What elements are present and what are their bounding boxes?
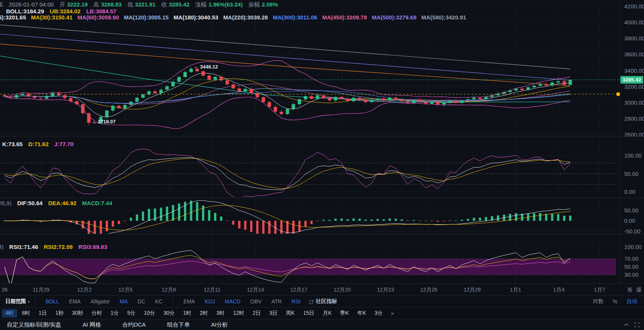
scale-button[interactable]: 自动 [623,298,640,305]
price-axis-label: 3600.00 [624,51,644,57]
indicator-button-macd[interactable]: MACD [220,298,245,304]
indicator-toolbar: 日期范围 ▾ BOLLEMAAlligatorMADCKC EMAKDJMACD… [0,295,644,307]
timeframe-button[interactable]: 1时 [180,309,195,317]
indicator-button-atr[interactable]: ATR [266,298,287,304]
scale-button[interactable]: 对数 [590,298,607,305]
price-axis-label: 3400.00 [624,67,644,74]
trading-terminal: 2611月2912月212月512月812月1112月1412月1712月201… [0,0,644,330]
timeframe-button[interactable]: 季K [336,309,352,317]
price-axis-label: 2600.00 [624,131,644,138]
indicator-button-alligator[interactable]: Alligator [86,298,115,304]
timeframe-button[interactable]: 3日 [266,309,281,317]
overlay-line-MA450 [0,44,570,86]
overlay-line-MA580 [0,25,570,69]
sub-indicator-group: EMAKDJMACDOBVATRRSI [178,298,305,304]
indicator-button-dc[interactable]: DC [133,298,150,304]
scale-options: 对数%自动 [590,298,644,305]
price-axis-label: 3800.00 [624,35,644,41]
price-axis-label: 4000.00 [624,19,644,26]
price-level-marker[interactable] [616,92,620,96]
date-tick: 12月5 [118,287,133,293]
svg-text:30.00: 30.00 [624,271,639,278]
price-axis-label: 3200.00 [624,83,644,90]
timeframe-button[interactable]: 1日 [35,309,51,317]
svg-text:100.00: 100.00 [624,244,642,250]
svg-text:50.00: 50.00 [624,207,639,214]
timeframe-button[interactable]: 30秒 [68,309,87,317]
svg-text:50.00: 50.00 [624,263,639,270]
price-axis-label: 3000.00 [624,99,644,106]
timeframe-toolbar: 4时8时1日1秒30秒分时1分5分10分30分1时2时3时12时2日3日周K15… [0,307,644,319]
side-tool-button[interactable]: 爆 [636,287,642,293]
chart-canvas[interactable]: 2611月2912月212月512月812月1112月1412月1712月201… [0,0,644,295]
timeframe-button[interactable]: 30分 [160,309,178,317]
date-tick: 12月14 [247,287,264,293]
timeframe-button[interactable]: 2时 [196,309,211,317]
indicator-button-obv[interactable]: OBV [246,298,267,304]
indicator-button-boll[interactable]: BOLL [41,298,64,304]
indicator-button-rsi[interactable]: RSI [287,298,305,304]
price-axis-label: 2800.00 [624,115,644,122]
indicator-button-ema[interactable]: EMA [178,298,200,304]
price-annotation: ← 3446.12 [194,64,218,70]
chevron-down-icon: ▾ [28,300,30,304]
date-tick: 1月7 [594,287,605,293]
date-tick: 12月23 [377,287,394,293]
timeframe-button[interactable]: 10分 [140,309,159,317]
timeframe-button[interactable]: 2日 [249,309,264,317]
date-tick: 12月11 [204,287,220,293]
bottom-toolbar: 自定义指标/回测/实盘AI 网格合约DCA组合下单AI分析 [0,319,644,330]
bottom-tool-button[interactable]: 合约DCA [112,321,157,328]
macd-histogram [3,201,571,242]
indicator-button-kc[interactable]: KC [150,298,167,304]
last-price-value: 3285.42 [623,77,641,83]
timeframe-button[interactable]: 12时 [230,309,248,317]
timeframe-button[interactable]: 年K [354,309,370,317]
price-annotation: ← 2718.07 [92,119,116,124]
timeframe-button[interactable]: 5分 [124,309,139,317]
date-tick: 12月29 [463,287,481,293]
bottom-tool-button[interactable]: AI分析 [200,321,238,328]
svg-text:-50.00: -50.00 [624,228,641,234]
timeframe-button[interactable]: 1秒 [52,309,67,317]
chevron-up-icon[interactable] [624,323,629,326]
svg-text:50.00: 50.00 [624,171,639,177]
close-icon[interactable]: × [387,310,398,317]
overlay-indicator-group: BOLLEMAAlligatorMADCKC [41,298,167,304]
indicator-button-kdj[interactable]: KDJ [200,298,220,304]
date-range-label: 日期范围 [5,298,26,305]
timeframe-button[interactable]: 3分 [371,309,386,317]
bottom-tool-button[interactable]: 组合下单 [156,321,200,328]
bottom-tools: 自定义指标/回测/实盘AI 网格合约DCA组合下单AI分析 [0,321,239,328]
timeframe-button[interactable]: 4时 [2,309,17,317]
bottom-tool-button[interactable]: AI 网格 [72,321,111,328]
timeframe-button[interactable]: 月K [319,309,335,317]
svg-text:70.00: 70.00 [624,255,639,262]
community-indicators-button[interactable]: 社区指标 [316,298,337,305]
date-tick: 1月4 [553,287,565,293]
timeframe-button[interactable]: 分时 [88,309,106,317]
indicator-button-ma[interactable]: MA [115,298,133,304]
timeframe-button[interactable]: 周K [282,309,298,317]
date-tick: 11月29 [33,287,49,293]
timeframe-button[interactable]: 3时 [213,309,228,317]
timeframe-button[interactable]: 1分 [107,309,122,317]
svg-text:0.00: 0.00 [624,188,635,195]
timeframe-button[interactable]: 8时 [19,309,34,317]
date-tick: 26 [2,287,8,293]
fullscreen-icon[interactable] [634,322,639,327]
rsi-band [0,259,616,275]
date-tick: 1月1 [510,287,521,293]
timeframe-button[interactable]: 15日 [300,309,318,317]
date-tick: 12月20 [333,287,351,293]
price-axis-label: 4200.00 [624,3,644,10]
bottom-tool-button[interactable]: 自定义指标/回测/实盘 [0,321,72,328]
scale-button[interactable]: % [610,298,620,304]
overlay-line-MA500 [0,34,570,80]
side-tool-button[interactable]: 筹 [627,287,633,293]
date-range-button[interactable]: 日期范围 ▾ [5,298,30,305]
divider [173,299,173,304]
divider [35,299,35,304]
edit-indicator-icon[interactable] [309,299,314,304]
indicator-button-ema[interactable]: EMA [64,298,86,304]
